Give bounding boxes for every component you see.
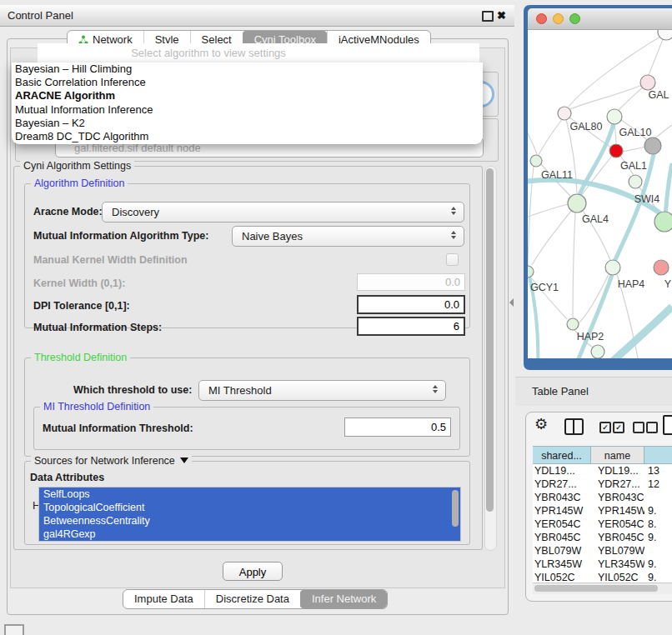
table-panel-title: Table Panel bbox=[532, 378, 589, 406]
network-node-gal11[interactable] bbox=[530, 155, 542, 167]
select-all-check-icon[interactable]: ✓ bbox=[599, 422, 611, 433]
network-canvas[interactable]: GALGAL80GAL10GAL1GAL11GAL4SWI4GCY1HAP4YH… bbox=[528, 30, 672, 358]
mi-algorithm-type-label: Mutual Information Algorithm Type: bbox=[33, 230, 208, 242]
table-row[interactable]: YLR345WYLR345W9. bbox=[533, 558, 672, 571]
network-edge-highlighted bbox=[574, 275, 612, 358]
network-edge-highlighted bbox=[602, 307, 672, 358]
table-row[interactable]: YDR27...YDR27...12 bbox=[533, 478, 672, 491]
attribute-item-gal4rgexp[interactable]: gal4RGexp bbox=[39, 528, 460, 541]
network-node-gal10[interactable] bbox=[607, 109, 622, 124]
network-node-hap2[interactable] bbox=[567, 318, 579, 330]
algorithm-option-dream8-dc-tdc-algorithm[interactable]: Dream8 DC_TDC Algorithm bbox=[12, 130, 483, 143]
table-cell bbox=[644, 544, 672, 558]
table-row[interactable]: YBR045CYBR045C9. bbox=[533, 531, 672, 544]
zoom-traffic-light[interactable] bbox=[569, 13, 580, 24]
manual-kernel-width-label: Manual Kernel Width Definition bbox=[33, 254, 188, 266]
table-cell bbox=[644, 491, 672, 504]
table-cell: YPR145W bbox=[533, 504, 591, 518]
mi-threshold-definition-legend: MI Threshold Definition bbox=[40, 401, 153, 412]
combo-arrows-icon bbox=[451, 231, 456, 239]
network-node[interactable] bbox=[658, 30, 672, 40]
data-attributes-list[interactable]: SelfLoopsTopologicalCoefficientBetweenne… bbox=[38, 487, 461, 542]
attribute-item-selfloops[interactable]: SelfLoops bbox=[39, 488, 460, 501]
algorithm-option-basic-correlation-inference[interactable]: Basic Correlation Inference bbox=[12, 76, 483, 89]
table-row[interactable]: YBR043CYBR043C bbox=[533, 491, 672, 504]
select-all-check-icon[interactable]: ✓ bbox=[613, 422, 624, 433]
attribute-item-betweennesscentrality[interactable]: BetweennessCentrality bbox=[39, 514, 460, 528]
table-cell: YER054C bbox=[591, 518, 644, 531]
minimized-panel-icon[interactable] bbox=[4, 624, 24, 635]
screen: Control Panel ✖ NetworkStyleSelectCyni T… bbox=[0, 0, 672, 635]
node-table[interactable]: shared...name YDL19...YDL19...13YDR27...… bbox=[533, 446, 672, 582]
table-cell: YBR045C bbox=[533, 531, 591, 544]
sources-group: Sources for Network Inference Data Attri… bbox=[24, 461, 470, 545]
kernel-width-field[interactable] bbox=[357, 273, 465, 291]
attributes-scrollbar-thumb[interactable] bbox=[452, 490, 459, 527]
algorithm-definition-legend: Algorithm Definition bbox=[31, 178, 128, 189]
deselect-all-box-icon[interactable] bbox=[646, 422, 658, 433]
mi-steps-field[interactable] bbox=[357, 317, 465, 336]
attribute-item-topologicalcoefficient[interactable]: TopologicalCoefficient bbox=[39, 501, 460, 514]
network-view-window[interactable]: GALGAL80GAL10GAL1GAL11GAL4SWI4GCY1HAP4YH… bbox=[524, 5, 672, 370]
network-node-swi4[interactable] bbox=[654, 212, 672, 232]
bottom-tab-infer-network[interactable]: Infer Network bbox=[300, 590, 387, 608]
table-horizontal-scrollbar[interactable] bbox=[533, 582, 672, 594]
network-node[interactable] bbox=[591, 345, 604, 358]
network-node[interactable] bbox=[629, 175, 642, 188]
mi-algorithm-type-value: Naive Bayes bbox=[242, 230, 303, 242]
gear-icon[interactable]: ⚙ bbox=[534, 415, 548, 433]
network-node-gal4[interactable] bbox=[568, 194, 586, 212]
network-node-y[interactable] bbox=[654, 260, 669, 275]
table-body: YDL19...YDL19...13YDR27...YDR27...12YBR0… bbox=[533, 446, 672, 582]
which-threshold-combo[interactable]: MI Threshold bbox=[198, 380, 446, 401]
algorithm-option-mutual-information-inference[interactable]: Mutual Information Inference bbox=[12, 103, 483, 117]
bottom-tab-discretize-data[interactable]: Discretize Data bbox=[204, 590, 300, 608]
algorithm-option-bayesian-k2[interactable]: Bayesian – K2 bbox=[12, 117, 483, 130]
combo-arrows-icon bbox=[451, 207, 456, 215]
manual-kernel-width-checkbox[interactable] bbox=[446, 253, 459, 266]
table-cell: 9. bbox=[644, 571, 672, 582]
new-table-icon[interactable] bbox=[663, 415, 672, 435]
table-cell: YER054C bbox=[533, 518, 591, 531]
aracne-mode-combo[interactable]: Discovery bbox=[102, 202, 464, 222]
mi-threshold-field[interactable] bbox=[344, 418, 451, 437]
table-row[interactable]: YDL19...YDL19...13 bbox=[533, 464, 672, 478]
table-cell: 13 bbox=[644, 464, 672, 478]
network-edge bbox=[573, 212, 575, 318]
table-row[interactable]: YER054CYER054C8. bbox=[533, 518, 672, 531]
algorithm-select-combo[interactable]: Select algorithm to view settings bbox=[38, 43, 479, 62]
minimize-traffic-light[interactable] bbox=[553, 13, 564, 24]
table-hscrollbar-thumb[interactable] bbox=[534, 585, 658, 592]
control-panel-titlebar: Control Panel ✖ bbox=[0, 5, 514, 27]
dpi-tolerance-field[interactable] bbox=[357, 295, 465, 314]
deselect-all-box-icon[interactable] bbox=[633, 422, 644, 433]
network-node[interactable] bbox=[644, 138, 661, 154]
algorithm-option-aracne-algorithm[interactable]: ARACNE Algorithm bbox=[12, 89, 483, 102]
aracne-mode-label: Aracne Mode: bbox=[33, 206, 103, 218]
apply-button[interactable]: Apply bbox=[223, 562, 283, 581]
network-node-gal1[interactable] bbox=[609, 144, 623, 158]
table-row[interactable]: YPR145WYPR145W9. bbox=[533, 504, 672, 518]
table-row[interactable]: YBL079WYBL079W bbox=[533, 544, 672, 558]
network-node-label: GAL4 bbox=[582, 213, 609, 225]
network-node-gal[interactable] bbox=[640, 75, 655, 90]
split-pane-icon[interactable] bbox=[564, 418, 584, 435]
mi-algorithm-type-combo[interactable]: Naive Bayes bbox=[232, 226, 464, 247]
close-traffic-light[interactable] bbox=[536, 13, 547, 24]
float-window-icon[interactable] bbox=[482, 11, 494, 22]
column-header-shared[interactable]: shared... bbox=[533, 446, 591, 464]
column-header-name[interactable]: name bbox=[591, 446, 644, 464]
bottom-tab-impute-data[interactable]: Impute Data bbox=[123, 590, 204, 608]
close-icon[interactable]: ✖ bbox=[497, 8, 506, 24]
settings-scrollbar[interactable] bbox=[484, 166, 497, 551]
table-row[interactable]: YIL052CYIL052C9. bbox=[533, 571, 672, 582]
network-window-titlebar[interactable] bbox=[528, 8, 672, 30]
network-node-hap4[interactable] bbox=[605, 260, 620, 275]
network-node-gcy1[interactable] bbox=[528, 266, 534, 278]
algorithm-option-bayesian-hill-climbing[interactable]: Bayesian – Hill Climbing bbox=[12, 62, 483, 76]
column-header-hidden[interactable] bbox=[644, 446, 672, 464]
table-panel-titlebar: Table Panel bbox=[515, 377, 672, 406]
network-node-gal80[interactable] bbox=[558, 107, 571, 120]
panel-split-handle[interactable] bbox=[509, 298, 514, 307]
settings-scrollbar-thumb[interactable] bbox=[486, 168, 494, 512]
